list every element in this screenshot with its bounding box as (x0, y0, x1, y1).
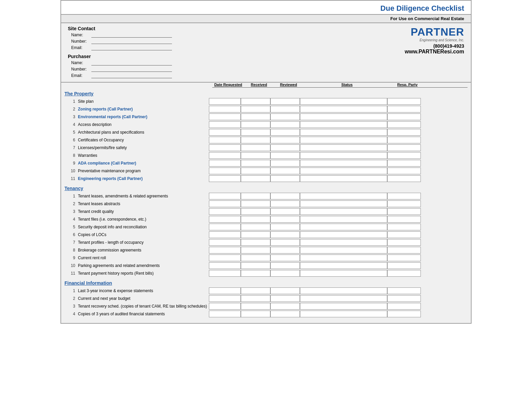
checklist-cell[interactable] (300, 255, 387, 261)
checklist-cell[interactable] (241, 247, 270, 254)
checklist-cell[interactable] (209, 144, 241, 151)
checklist-cell[interactable] (209, 255, 241, 261)
checklist-cell[interactable] (270, 129, 300, 136)
checklist-cell[interactable] (270, 175, 300, 182)
checklist-cell[interactable] (300, 270, 387, 277)
purchaser-name-input[interactable] (91, 60, 172, 65)
checklist-cell[interactable] (241, 287, 270, 294)
checklist-cell[interactable] (387, 137, 421, 143)
checklist-cell[interactable] (241, 239, 270, 246)
checklist-cell[interactable] (209, 262, 241, 269)
checklist-cell[interactable] (270, 311, 300, 317)
checklist-cell[interactable] (270, 200, 300, 207)
checklist-cell[interactable] (209, 224, 241, 230)
checklist-cell[interactable] (300, 295, 387, 302)
checklist-cell[interactable] (209, 270, 241, 277)
checklist-cell[interactable] (387, 152, 421, 159)
site-contact-name-input[interactable] (91, 32, 172, 38)
checklist-cell[interactable] (387, 247, 421, 254)
checklist-cell[interactable] (387, 121, 421, 128)
checklist-cell[interactable] (387, 224, 421, 230)
purchaser-number-input[interactable] (91, 66, 172, 72)
checklist-cell[interactable] (300, 262, 387, 269)
checklist-cell[interactable] (300, 113, 387, 120)
checklist-cell[interactable] (387, 208, 421, 215)
site-contact-number-input[interactable] (91, 39, 172, 44)
checklist-cell[interactable] (209, 113, 241, 120)
checklist-cell[interactable] (387, 303, 421, 310)
purchaser-email-input[interactable] (91, 73, 172, 78)
checklist-cell[interactable] (209, 152, 241, 159)
checklist-cell[interactable] (300, 224, 387, 230)
checklist-cell[interactable] (300, 287, 387, 294)
checklist-cell[interactable] (300, 200, 387, 207)
checklist-cell[interactable] (209, 311, 241, 317)
checklist-cell[interactable] (300, 137, 387, 143)
checklist-cell[interactable] (241, 98, 270, 105)
checklist-cell[interactable] (300, 208, 387, 215)
checklist-cell[interactable] (241, 175, 270, 182)
checklist-cell[interactable] (241, 262, 270, 269)
checklist-cell[interactable] (300, 144, 387, 151)
checklist-cell[interactable] (209, 106, 241, 112)
checklist-cell[interactable] (209, 98, 241, 105)
checklist-cell[interactable] (387, 270, 421, 277)
checklist-cell[interactable] (387, 311, 421, 317)
checklist-cell[interactable] (300, 152, 387, 159)
checklist-cell[interactable] (270, 168, 300, 174)
checklist-cell[interactable] (209, 287, 241, 294)
checklist-cell[interactable] (387, 175, 421, 182)
checklist-cell[interactable] (209, 247, 241, 254)
checklist-cell[interactable] (209, 168, 241, 174)
checklist-cell[interactable] (270, 160, 300, 167)
checklist-cell[interactable] (387, 98, 421, 105)
checklist-cell[interactable] (241, 160, 270, 167)
checklist-cell[interactable] (209, 121, 241, 128)
checklist-cell[interactable] (241, 152, 270, 159)
checklist-cell[interactable] (241, 311, 270, 317)
checklist-cell[interactable] (241, 270, 270, 277)
checklist-cell[interactable] (270, 247, 300, 254)
checklist-cell[interactable] (387, 255, 421, 261)
checklist-cell[interactable] (270, 255, 300, 261)
checklist-cell[interactable] (270, 262, 300, 269)
checklist-cell[interactable] (209, 200, 241, 207)
checklist-cell[interactable] (300, 216, 387, 223)
checklist-cell[interactable] (241, 231, 270, 238)
checklist-cell[interactable] (300, 303, 387, 310)
checklist-cell[interactable] (270, 113, 300, 120)
checklist-cell[interactable] (300, 160, 387, 167)
checklist-cell[interactable] (209, 239, 241, 246)
checklist-cell[interactable] (241, 144, 270, 151)
checklist-cell[interactable] (270, 152, 300, 159)
checklist-cell[interactable] (300, 231, 387, 238)
checklist-cell[interactable] (241, 129, 270, 136)
checklist-cell[interactable] (241, 216, 270, 223)
checklist-cell[interactable] (300, 98, 387, 105)
checklist-cell[interactable] (241, 137, 270, 143)
checklist-cell[interactable] (270, 216, 300, 223)
checklist-cell[interactable] (300, 129, 387, 136)
checklist-cell[interactable] (270, 144, 300, 151)
checklist-cell[interactable] (270, 193, 300, 199)
checklist-cell[interactable] (241, 121, 270, 128)
checklist-cell[interactable] (241, 295, 270, 302)
site-contact-email-input[interactable] (91, 45, 172, 50)
checklist-cell[interactable] (387, 287, 421, 294)
checklist-cell[interactable] (387, 262, 421, 269)
checklist-cell[interactable] (241, 255, 270, 261)
checklist-cell[interactable] (241, 106, 270, 112)
checklist-cell[interactable] (387, 168, 421, 174)
checklist-cell[interactable] (241, 200, 270, 207)
checklist-cell[interactable] (209, 303, 241, 310)
checklist-cell[interactable] (300, 311, 387, 317)
checklist-cell[interactable] (209, 137, 241, 143)
checklist-cell[interactable] (387, 144, 421, 151)
checklist-cell[interactable] (300, 239, 387, 246)
checklist-cell[interactable] (270, 98, 300, 105)
checklist-cell[interactable] (241, 208, 270, 215)
checklist-cell[interactable] (387, 113, 421, 120)
checklist-cell[interactable] (209, 208, 241, 215)
checklist-cell[interactable] (387, 239, 421, 246)
checklist-cell[interactable] (270, 224, 300, 230)
